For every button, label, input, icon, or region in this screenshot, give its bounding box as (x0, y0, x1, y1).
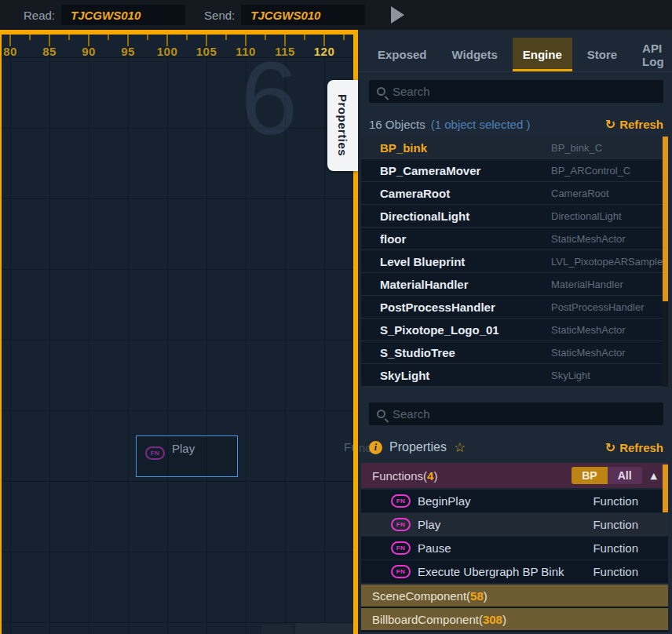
object-row[interactable]: SkyLightSkyLight (361, 364, 668, 387)
search-placeholder: Search (393, 407, 430, 421)
object-class: BP_bink_C (551, 142, 602, 154)
search-icon (377, 410, 385, 418)
object-row[interactable]: DirectionalLightDirectionalLight (361, 205, 668, 228)
info-icon[interactable] (369, 441, 382, 454)
grid-line (2, 340, 353, 341)
grid-line (2, 552, 353, 552)
object-row[interactable]: Level BlueprintLVL_PixotopeARSample.. (361, 250, 668, 273)
object-class: SkyLight (551, 370, 590, 381)
read-input[interactable]: TJCGWS010 (61, 5, 185, 25)
ruler-tick (304, 35, 305, 40)
ruler-tick (265, 35, 266, 40)
object-name: CameraRoot (380, 187, 450, 200)
fn-icon: FN (391, 541, 411, 555)
send-input[interactable]: TJCGWS010 (241, 5, 365, 25)
function-row[interactable]: FNPlayFunction (361, 513, 668, 537)
object-class: BP_ARControl_C (551, 165, 630, 177)
object-class: StaticMeshActor (551, 233, 626, 245)
play-icon[interactable] (391, 6, 404, 24)
collapse-arrow-icon[interactable] (651, 471, 657, 481)
search-icon (377, 87, 385, 96)
tab-engine[interactable]: Engine (513, 38, 572, 71)
play-function-widget[interactable]: FNPlay (136, 435, 238, 477)
object-class: StaticMeshActor (551, 347, 626, 359)
object-row[interactable]: floorStaticMeshActor (361, 228, 668, 250)
fn-icon: FN (391, 518, 411, 531)
all-filter-button[interactable]: All (608, 467, 642, 484)
function-type: Function (593, 565, 638, 578)
object-name: PostProcessHandler (380, 301, 495, 314)
tab-exposed[interactable]: Exposed (367, 38, 437, 71)
objects-search-input[interactable]: Search (369, 80, 663, 103)
object-name: BP_CameraMover (380, 164, 480, 177)
properties-scrollbar-thumb[interactable] (663, 465, 668, 512)
fn-icon: FN (391, 565, 411, 578)
object-row[interactable]: BP_CameraMoverBP_ARControl_C (361, 159, 668, 182)
function-name: Execute Ubergraph BP Bink (418, 565, 564, 578)
panel-tab-bar: ExposedWidgetsEngineStoreAPI Log (358, 38, 672, 72)
ruler-number: 105 (196, 45, 217, 58)
object-name: BP_bink (380, 141, 427, 155)
refresh-icon (605, 440, 615, 455)
search-placeholder: Search (393, 85, 430, 98)
grid-line (2, 481, 353, 482)
tab-store[interactable]: Store (577, 38, 627, 71)
component-count: 58 (470, 589, 484, 603)
object-name: S_StudioTree (380, 346, 455, 359)
tab-widgets[interactable]: Widgets (442, 38, 508, 71)
properties-side-tab[interactable]: Properties (327, 80, 358, 171)
function-row[interactable]: FNPauseFunction (361, 537, 668, 560)
bp-filter-button[interactable]: BP (572, 467, 607, 484)
functions-title: Functions (372, 469, 423, 483)
ruler-tick (108, 35, 109, 40)
send-label: Send: (204, 9, 235, 22)
object-list-scrollbar[interactable] (663, 137, 668, 387)
component-count: 308 (483, 613, 502, 626)
grid-line (2, 410, 353, 411)
tab-api-log[interactable]: API Log (632, 38, 672, 71)
object-class: PostProcessHandler (551, 301, 645, 313)
object-row[interactable]: S_StudioTreeStaticMeshActor (361, 341, 668, 364)
properties-refresh-button[interactable]: Refresh (605, 440, 663, 455)
component-sections: SceneComponent (58)BillboardComponent (3… (361, 585, 668, 632)
object-row[interactable]: S_Pixotope_Logo_01StaticMeshActor (361, 319, 668, 341)
grid-line (89, 35, 89, 634)
component-section-header[interactable]: SceneComponent (58) (361, 585, 668, 608)
object-row[interactable]: CameraRootCameraRoot (361, 182, 668, 205)
function-list: FNBeginPlayFunctionFNPlayFunctionFNPause… (361, 490, 668, 584)
ruler-tick (225, 35, 227, 40)
object-row[interactable]: MaterialHandlerMaterialHandler (361, 273, 668, 296)
object-name: Level Blueprint (380, 255, 465, 268)
function-row[interactable]: FNExecute Ubergraph BP BinkFunction (361, 560, 668, 584)
bottom-toolbar-button[interactable] (261, 625, 293, 634)
functions-count: 4 (427, 469, 433, 483)
objects-header: 16 Objects (1 object selected ) Refresh (369, 116, 663, 132)
object-class: CameraRoot (551, 188, 609, 199)
bottom-toolbar-button[interactable] (295, 623, 355, 634)
function-name: Play (418, 518, 440, 531)
object-name: S_Pixotope_Logo_01 (380, 323, 499, 337)
ruler-tick (29, 35, 31, 40)
function-type: Function (593, 518, 638, 531)
ghost-function-text: Func (344, 440, 358, 454)
properties-header: Properties Refresh (369, 437, 663, 457)
scrollbar-thumb[interactable] (663, 137, 668, 301)
functions-section-header[interactable]: Functions ( 4 ) BP All (361, 463, 668, 488)
grid-line (324, 35, 325, 634)
function-row[interactable]: FNBeginPlayFunction (361, 490, 668, 513)
favorite-star-icon[interactable] (454, 439, 466, 456)
send-value: TJCGWS010 (250, 9, 320, 22)
objects-refresh-button[interactable]: Refresh (605, 117, 663, 132)
read-label: Read: (24, 9, 55, 22)
object-row[interactable]: PostProcessHandlerPostProcessHandler (361, 296, 668, 319)
ruler-tick (343, 35, 345, 40)
ruler-number: 95 (121, 45, 135, 58)
properties-search-input[interactable]: Search (369, 403, 663, 425)
object-row[interactable]: BP_binkBP_bink_C (361, 137, 668, 159)
grid-line (128, 35, 129, 634)
grid-line (2, 269, 353, 270)
grid-line (10, 35, 11, 634)
grid-line (49, 35, 50, 634)
component-section-header[interactable]: BillboardComponent (308) (361, 608, 668, 632)
object-class: StaticMeshActor (551, 324, 626, 336)
